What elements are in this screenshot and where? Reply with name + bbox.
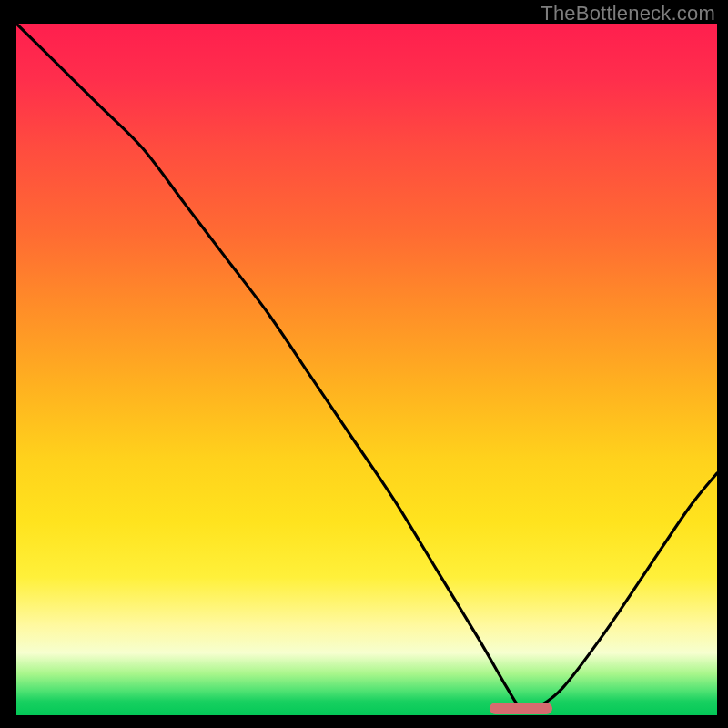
curve-path: [16, 24, 717, 711]
watermark-text: TheBottleneck.com: [541, 2, 715, 25]
plot-area: [16, 24, 717, 715]
bottleneck-curve: [16, 24, 717, 715]
optimal-zone-marker: [490, 703, 552, 714]
chart-frame: TheBottleneck.com: [0, 0, 728, 728]
